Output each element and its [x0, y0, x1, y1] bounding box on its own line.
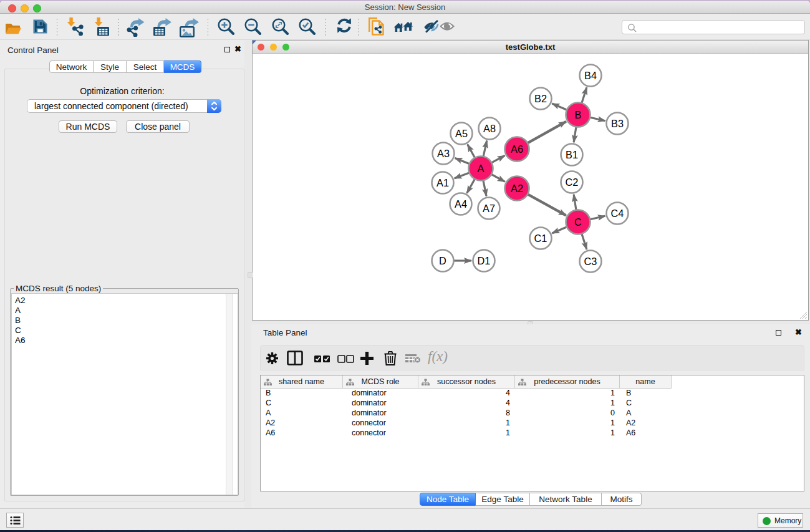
svg-text:B4: B4: [584, 70, 597, 81]
svg-text:C4: C4: [611, 208, 624, 219]
svg-text:A8: A8: [483, 123, 496, 134]
svg-text:A5: A5: [455, 128, 468, 139]
svg-text:A: A: [478, 163, 485, 174]
svg-text:A1: A1: [436, 177, 449, 188]
svg-text:D1: D1: [478, 255, 491, 266]
svg-text:B1: B1: [566, 149, 578, 160]
svg-text:A4: A4: [455, 198, 467, 210]
svg-text:A3: A3: [437, 148, 450, 159]
svg-text:A7: A7: [483, 203, 495, 214]
svg-text:B3: B3: [611, 118, 624, 129]
svg-text:B: B: [575, 109, 582, 120]
svg-text:C2: C2: [566, 177, 579, 188]
svg-text:B2: B2: [534, 93, 547, 104]
svg-text:A2: A2: [511, 183, 523, 194]
svg-text:C: C: [574, 216, 582, 228]
svg-text:D: D: [439, 255, 446, 266]
svg-text:C3: C3: [584, 256, 597, 267]
svg-text:C1: C1: [534, 233, 547, 244]
svg-text:A6: A6: [511, 143, 523, 155]
